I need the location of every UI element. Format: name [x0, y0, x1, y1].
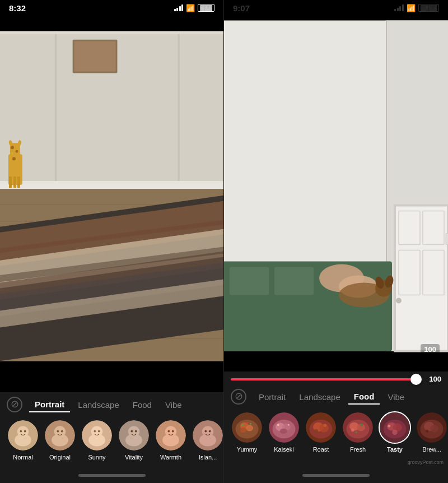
slider-value-label: 100 [426, 375, 441, 383]
right-home-indicator [224, 467, 448, 483]
svg-rect-32 [9, 177, 12, 188]
svg-point-93 [240, 428, 246, 433]
svg-rect-81 [274, 267, 314, 295]
filter-item-vitality[interactable]: Vitality [118, 419, 150, 461]
filter-label-sunny: Sunny [88, 454, 105, 461]
svg-point-57 [165, 426, 176, 437]
svg-point-53 [130, 430, 133, 433]
filter-item-warmth[interactable]: Warmth [155, 419, 187, 461]
left-filter-tabs[interactable]: ⊘ Portrait Landscape Food Vibe [0, 392, 223, 415]
right-time: 9:07 [233, 3, 250, 13]
filter-circle-yummy[interactable] [231, 411, 263, 444]
filter-circle-kaiseki[interactable] [268, 411, 300, 444]
filter-item-fresh[interactable]: Fresh [342, 411, 374, 453]
slider-knob[interactable] [410, 374, 422, 385]
filter-item-brew[interactable]: Brew... [416, 411, 448, 453]
svg-rect-13 [0, 181, 223, 189]
tab-portrait-left[interactable]: Portrait [29, 397, 70, 412]
slider-row: 100 [224, 371, 448, 384]
filter-item-roast[interactable]: Roast [305, 411, 337, 453]
filter-circle-fresh[interactable] [342, 411, 374, 444]
svg-rect-15 [74, 41, 116, 72]
svg-rect-16 [0, 31, 223, 34]
svg-point-108 [314, 429, 318, 433]
tab-landscape-left[interactable]: Landscape [72, 398, 124, 412]
filter-item-normal[interactable]: Normal [7, 419, 39, 461]
svg-rect-80 [230, 267, 269, 295]
svg-point-116 [355, 431, 357, 434]
right-no-filter-button[interactable]: ⊘ [231, 389, 246, 405]
right-phone-panel: 9:07 📶 ▓▓▓▓ gh Lor [224, 0, 448, 483]
right-filter-tabs[interactable]: ⊘ Portrait Landscape Food Vibe [224, 384, 448, 407]
filter-circle-sunny[interactable] [81, 419, 113, 452]
svg-point-52 [128, 426, 139, 437]
filter-slider[interactable] [231, 378, 421, 380]
svg-point-44 [61, 430, 63, 433]
tab-landscape-right[interactable]: Landscape [293, 390, 346, 404]
right-bottom-panel: 100 ⊘ Portrait Landscape Food Vibe [224, 371, 448, 483]
svg-point-103 [288, 424, 290, 426]
filter-item-sunny[interactable]: Sunny [81, 419, 113, 461]
svg-point-28 [15, 150, 18, 153]
filter-item-yummy[interactable]: Yummy [231, 411, 263, 453]
right-battery-icon: ▓▓▓▓ [418, 4, 439, 12]
filter-label-vitality: Vitality [125, 454, 143, 461]
svg-point-29 [12, 157, 16, 160]
bedroom-photo: gh Lor [224, 0, 448, 371]
filter-label-yummy: Yummy [237, 446, 258, 453]
svg-point-39 [24, 430, 26, 433]
filter-label-warmth: Warmth [160, 454, 181, 461]
left-home-indicator [0, 467, 223, 483]
left-status-bar: 8:32 📶 ▓▓▓ [0, 0, 223, 16]
svg-point-64 [209, 430, 211, 433]
svg-point-114 [351, 429, 354, 432]
tab-vibe-left[interactable]: Vibe [160, 398, 188, 412]
filter-label-fresh: Fresh [350, 446, 366, 453]
filter-item-original[interactable]: Original [44, 419, 76, 461]
left-photo-area [0, 0, 223, 392]
right-wifi-icon: 📶 [407, 4, 416, 12]
room-photo [0, 0, 223, 392]
left-status-icons: 📶 ▓▓▓ [174, 4, 214, 12]
filter-circle-roast[interactable] [305, 411, 337, 444]
tab-food-right[interactable]: Food [348, 389, 380, 405]
tab-food-left[interactable]: Food [127, 398, 157, 412]
svg-point-42 [54, 426, 66, 437]
watermark: groovyPost.com [224, 459, 448, 467]
svg-point-121 [392, 430, 397, 435]
filter-circle-vitality[interactable] [118, 419, 150, 452]
filter-label-kaiseki: Kaiseki [274, 446, 293, 453]
tab-portrait-right[interactable]: Portrait [253, 390, 291, 404]
svg-point-58 [167, 430, 170, 433]
filter-item-kaiseki[interactable]: Kaiseki [268, 411, 300, 453]
filter-circle-warmth[interactable] [155, 419, 187, 452]
filter-label-island: Islan... [199, 454, 217, 461]
svg-point-101 [280, 429, 287, 434]
signal-icon [174, 4, 184, 11]
svg-point-95 [250, 423, 251, 425]
svg-point-49 [98, 430, 100, 433]
filter-circle-brew[interactable] [416, 411, 448, 444]
svg-point-59 [172, 430, 174, 433]
filter-label-original: Original [49, 454, 71, 461]
svg-rect-88 [446, 234, 448, 245]
svg-point-109 [324, 424, 327, 427]
left-phone-panel: 8:32 📶 ▓▓▓ [0, 0, 224, 483]
svg-point-127 [426, 430, 429, 433]
filter-circle-normal[interactable] [7, 419, 39, 452]
filter-item-island[interactable]: Islan... [192, 419, 223, 461]
left-filter-circles: Normal Original [0, 415, 223, 467]
filter-label-tasty: Tasty [387, 446, 403, 453]
filter-circle-original[interactable] [44, 419, 76, 452]
tab-vibe-right[interactable]: Vibe [382, 390, 410, 404]
svg-point-27 [11, 146, 14, 149]
filter-label-roast: Roast [313, 446, 329, 453]
svg-point-115 [360, 424, 363, 426]
svg-point-43 [57, 430, 59, 433]
filter-circle-tasty[interactable] [379, 411, 411, 444]
no-filter-button[interactable]: ⊘ [7, 397, 22, 412]
filter-circle-island[interactable] [192, 419, 223, 452]
right-signal-icon [394, 4, 404, 11]
filter-item-tasty[interactable]: Tasty [379, 411, 411, 453]
svg-point-126 [430, 425, 438, 432]
